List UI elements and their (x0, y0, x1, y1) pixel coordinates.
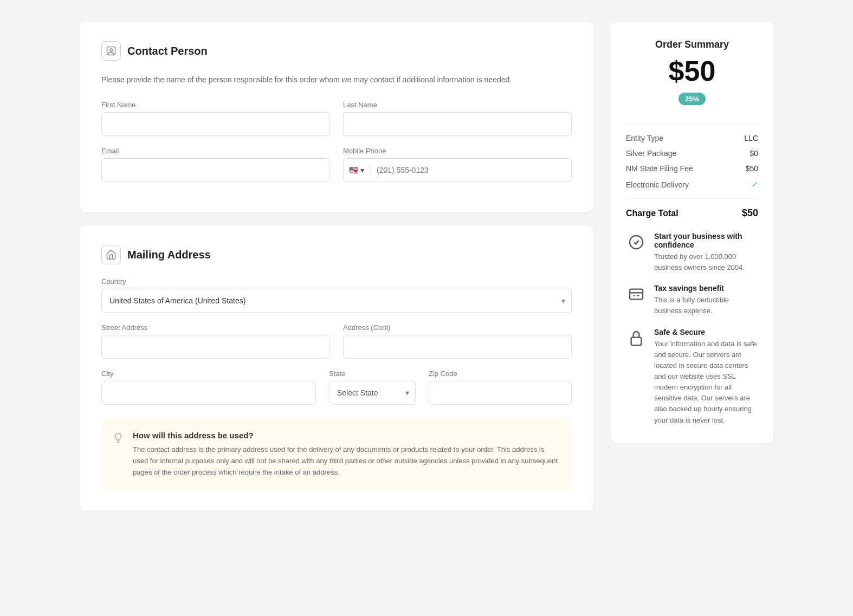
street-row: Street Address Address (Cont) (101, 323, 572, 359)
lock-icon (626, 328, 647, 348)
phone-flag: 🇺🇸 ▾ (344, 166, 370, 174)
benefit-confidence-title: Start your business with confidence (654, 232, 758, 249)
phone-input-wrapper: 🇺🇸 ▾ (343, 158, 572, 182)
svg-point-3 (630, 236, 643, 249)
zip-input[interactable] (429, 381, 572, 405)
electronic-delivery-line: Electronic Delivery ✓ (626, 179, 758, 190)
street-address-input[interactable] (101, 335, 330, 359)
order-divider-2 (626, 198, 758, 199)
tax-savings-icon (626, 284, 647, 304)
zip-label: Zip Code (429, 369, 572, 378)
charge-total-value: $50 (742, 208, 758, 219)
benefit-section: Start your business with confidence Trus… (626, 232, 758, 426)
address-info-title: How will this address be used? (133, 431, 561, 440)
entity-type-label: Entity Type (626, 134, 663, 142)
silver-package-label: Silver Package (626, 149, 676, 158)
phone-label: Mobile Phone (343, 147, 572, 155)
first-name-input[interactable] (101, 112, 330, 136)
order-summary-card: Order Summary $50 25% Entity Type LLC Si… (611, 22, 773, 443)
address-cont-group: Address (Cont) (343, 323, 572, 359)
benefit-tax-text: This is a fully deductible business expe… (654, 295, 758, 316)
benefit-confidence-text: Trusted by over 1,000,000 business owner… (654, 251, 758, 273)
lightbulb-icon (112, 432, 124, 478)
name-row: First Name Last Name (101, 101, 572, 136)
silver-package-value: $0 (749, 149, 758, 158)
city-group: City (101, 369, 316, 405)
left-column: Contact Person Please provide the name o… (80, 22, 593, 511)
city-state-row: City State Select State Alabama Alaska A… (101, 369, 572, 405)
address-info-text: The contact address is the primary addre… (133, 444, 561, 478)
email-group: Email (101, 147, 330, 182)
contact-person-header: Contact Person (101, 41, 572, 61)
email-input[interactable] (101, 158, 330, 182)
city-input[interactable] (101, 381, 316, 405)
benefit-secure-text: Your information and data is safe and se… (654, 339, 758, 426)
state-label: State (329, 369, 416, 378)
contact-person-icon (101, 41, 121, 61)
country-select-wrapper: United States of America (United States)… (101, 289, 572, 313)
zip-group: Zip Code (429, 369, 572, 405)
entity-type-line: Entity Type LLC (626, 134, 758, 142)
state-select-wrapper: Select State Alabama Alaska Arizona Arka… (329, 381, 416, 405)
check-circle-icon (626, 232, 647, 252)
contact-person-title: Contact Person (127, 45, 208, 57)
phone-input[interactable] (370, 160, 571, 180)
first-name-group: First Name (101, 101, 330, 136)
street-address-label: Street Address (101, 323, 330, 332)
charge-total-label: Charge Total (626, 209, 678, 218)
address-info-content: How will this address be used? The conta… (133, 431, 561, 478)
nm-filing-label: NM State Filing Fee (626, 164, 693, 173)
phone-group: Mobile Phone 🇺🇸 ▾ (343, 147, 572, 182)
electronic-delivery-check-icon: ✓ (751, 179, 758, 190)
address-cont-input[interactable] (343, 335, 572, 359)
right-column: Order Summary $50 25% Entity Type LLC Si… (611, 22, 773, 511)
mailing-address-title: Mailing Address (127, 249, 211, 261)
first-name-label: First Name (101, 101, 330, 109)
contact-person-description: Please provide the name of the person re… (101, 74, 572, 86)
benefit-tax-content: Tax savings benefit This is a fully dedu… (654, 284, 758, 316)
benefit-tax: Tax savings benefit This is a fully dedu… (626, 284, 758, 316)
mailing-address-card: Mailing Address Country United States of… (80, 225, 593, 510)
city-label: City (101, 369, 316, 378)
mailing-address-header: Mailing Address (101, 245, 572, 264)
benefit-secure-title: Safe & Secure (654, 328, 758, 336)
country-label: Country (101, 277, 572, 286)
benefit-secure: Safe & Secure Your information and data … (626, 328, 758, 426)
svg-rect-6 (631, 337, 642, 345)
nm-filing-line: NM State Filing Fee $50 (626, 164, 758, 173)
benefit-tax-title: Tax savings benefit (654, 284, 758, 293)
country-select[interactable]: United States of America (United States) (101, 289, 572, 313)
electronic-delivery-label: Electronic Delivery (626, 180, 689, 189)
last-name-label: Last Name (343, 101, 572, 109)
email-label: Email (101, 147, 330, 155)
address-cont-label: Address (Cont) (343, 323, 572, 332)
mailing-address-icon (101, 245, 121, 264)
order-summary-title: Order Summary (626, 39, 758, 50)
address-info-box: How will this address be used? The conta… (101, 418, 572, 491)
charge-total-line: Charge Total $50 (626, 208, 758, 219)
contact-row: Email Mobile Phone 🇺🇸 ▾ (101, 147, 572, 182)
order-divider-1 (626, 125, 758, 125)
flag-emoji: 🇺🇸 (349, 166, 358, 174)
phone-code: ▾ (360, 166, 364, 174)
discount-badge: 25% (678, 93, 706, 105)
country-row: Country United States of America (United… (101, 277, 572, 313)
street-address-group: Street Address (101, 323, 330, 359)
entity-type-value: LLC (744, 134, 758, 142)
benefit-confidence: Start your business with confidence Trus… (626, 232, 758, 273)
benefit-confidence-content: Start your business with confidence Trus… (654, 232, 758, 273)
svg-rect-4 (630, 289, 643, 300)
svg-point-1 (110, 49, 113, 51)
country-group: Country United States of America (United… (101, 277, 572, 313)
benefit-secure-content: Safe & Secure Your information and data … (654, 328, 758, 426)
nm-filing-value: $50 (746, 164, 758, 173)
order-price: $50 (626, 55, 758, 87)
silver-package-line: Silver Package $0 (626, 149, 758, 158)
state-group: State Select State Alabama Alaska Arizon… (329, 369, 416, 405)
contact-person-card: Contact Person Please provide the name o… (80, 22, 593, 212)
state-select[interactable]: Select State Alabama Alaska Arizona Arka… (329, 381, 416, 405)
last-name-group: Last Name (343, 101, 572, 136)
last-name-input[interactable] (343, 112, 572, 136)
